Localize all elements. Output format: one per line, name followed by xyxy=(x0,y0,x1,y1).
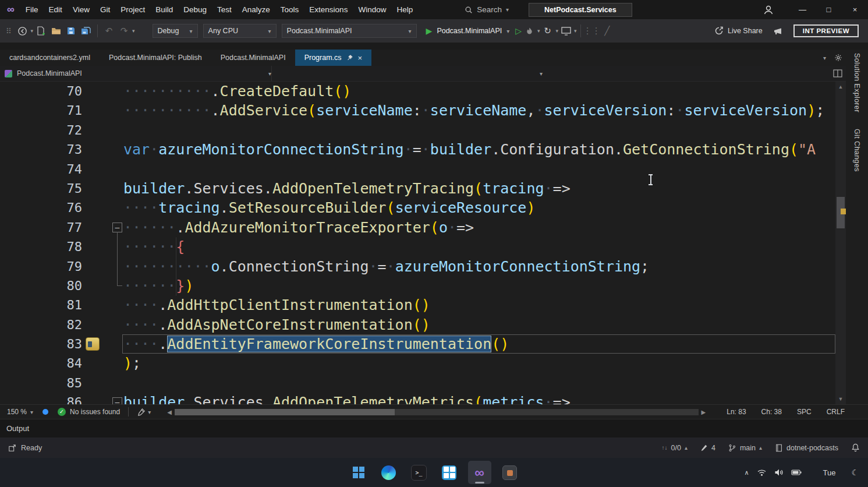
live-share-button[interactable]: Live Share xyxy=(714,26,763,36)
column-guides-icon[interactable]: ⋮⋮ xyxy=(584,23,600,38)
menu-build[interactable]: Build xyxy=(150,0,178,19)
taskbar-clock[interactable]: Tue xyxy=(823,468,836,477)
code-line-75[interactable]: 75builder.Services.AddOpenTelemetryTraci… xyxy=(0,179,835,198)
do-not-disturb-moon-icon[interactable]: ☾ xyxy=(851,468,859,477)
browser-caret-icon[interactable]: ▾ xyxy=(574,28,577,34)
minimize-button[interactable]: — xyxy=(789,0,816,19)
bookmark-icon[interactable] xyxy=(86,337,100,351)
feedback-megaphone-icon[interactable] xyxy=(773,27,783,36)
code-line-79[interactable]: 79··········o.ConnectionString·=·azureMo… xyxy=(0,257,835,276)
side-tab-git-changes[interactable]: Git Changes xyxy=(853,129,861,172)
new-file-icon[interactable] xyxy=(33,23,48,38)
menu-git[interactable]: Git xyxy=(95,0,115,19)
menu-tools[interactable]: Tools xyxy=(275,0,304,19)
issues-indicator[interactable]: ✓ No issues found xyxy=(58,408,120,416)
code-line-70[interactable]: 70··········.CreateDefault() xyxy=(0,82,835,101)
output-panel-header[interactable]: Output xyxy=(0,419,868,437)
editor-health-icon[interactable] xyxy=(42,409,48,415)
code-line-82[interactable]: 82····.AddAspNetCoreInstrumentation() xyxy=(0,315,835,334)
horizontal-scrollbar[interactable] xyxy=(175,409,699,415)
code-line-78[interactable]: 78······{ xyxy=(0,237,835,256)
open-folder-icon[interactable] xyxy=(48,23,63,38)
branch-selector[interactable]: main ▴ xyxy=(728,444,762,452)
code-cleanup-button[interactable]: ▾ xyxy=(137,408,151,417)
code-line-74[interactable]: 74 xyxy=(0,160,835,179)
code-line-84[interactable]: 84); xyxy=(0,354,835,373)
code-line-80[interactable]: 80······}) xyxy=(0,276,835,295)
taskbar-app-icon-6[interactable] xyxy=(498,461,522,484)
menu-view[interactable]: View xyxy=(68,0,95,19)
tray-chevron-up-icon[interactable]: ∧ xyxy=(744,469,749,477)
navigate-back-icon[interactable] xyxy=(15,23,30,38)
undo-icon[interactable]: ↶ xyxy=(101,23,116,38)
notifications-bell-icon[interactable] xyxy=(851,443,860,452)
menu-edit[interactable]: Edit xyxy=(44,0,68,19)
vertical-scrollbar[interactable]: ▲ ▼ xyxy=(835,82,846,404)
wifi-icon[interactable] xyxy=(757,468,767,477)
split-editor-icon[interactable] xyxy=(833,69,842,77)
start-without-debugging-icon[interactable]: ▷ xyxy=(515,26,522,36)
scroll-up-icon[interactable]: ▲ xyxy=(835,84,846,90)
pin-icon[interactable] xyxy=(346,54,353,61)
menu-file[interactable]: File xyxy=(20,0,44,19)
start-debugging-button[interactable]: ▶ Podcast.MinimalAPI ▾ xyxy=(426,26,510,36)
tab-podcast-minimalapi-publish[interactable]: Podcast.MinimalAPI: Publish xyxy=(100,50,211,66)
code-line-85[interactable]: 85 xyxy=(0,373,835,393)
fold-collapse-button[interactable]: – xyxy=(112,397,122,404)
volume-icon[interactable] xyxy=(774,468,784,477)
code-line-86[interactable]: 86–builder.Services.AddOpenTelemetryMetr… xyxy=(0,393,835,404)
account-icon[interactable] xyxy=(763,4,774,16)
close-button[interactable]: × xyxy=(842,0,868,19)
taskbar-app-icon-store[interactable] xyxy=(438,461,461,484)
redo-icon[interactable]: ↷ xyxy=(116,23,132,38)
horizontal-scrollbar-thumb[interactable] xyxy=(175,409,395,415)
save-icon[interactable] xyxy=(63,23,79,38)
repository-selector[interactable]: dotnet-podcasts xyxy=(775,444,838,452)
menu-test[interactable]: Test xyxy=(212,0,237,19)
tab-podcast-minimalapi[interactable]: Podcast.MinimalAPI xyxy=(211,50,295,66)
toolbar-grip-icon[interactable]: ⠿ xyxy=(6,27,12,36)
terminal-icon[interactable]: >_ xyxy=(408,461,431,484)
menu-debug[interactable]: Debug xyxy=(178,0,212,19)
menu-project[interactable]: Project xyxy=(115,0,150,19)
redo-caret-icon[interactable]: ▾ xyxy=(132,28,135,34)
platform-dropdown[interactable]: Any CPU ▾ xyxy=(203,24,277,38)
scroll-right-icon[interactable]: ▶ xyxy=(702,409,706,415)
line-ending-indicator[interactable]: CRLF xyxy=(827,408,845,416)
code-line-72[interactable]: 72 xyxy=(0,121,835,140)
project-dropdown[interactable]: Podcast.MinimalAPI ▾ xyxy=(5,69,271,77)
type-dropdown[interactable]: ▾ xyxy=(271,66,547,81)
background-tasks-icon[interactable] xyxy=(8,444,16,452)
close-tab-icon[interactable]: × xyxy=(358,54,363,62)
chevron-down-icon[interactable]: ▾ xyxy=(506,6,509,13)
code-line-77[interactable]: 77–······.AddAzureMonitorTraceExporter(o… xyxy=(0,218,835,237)
configuration-dropdown[interactable]: Debug ▾ xyxy=(153,24,198,38)
scroll-down-icon[interactable]: ▼ xyxy=(835,396,846,402)
code-line-71[interactable]: 71··········.AddService(serviceName:·ser… xyxy=(0,101,835,120)
menu-analyze[interactable]: Analyze xyxy=(237,0,275,19)
menu-extensions[interactable]: Extensions xyxy=(304,0,353,19)
tab-settings-gear-icon[interactable] xyxy=(834,54,842,62)
battery-icon[interactable] xyxy=(791,469,802,476)
menu-help[interactable]: Help xyxy=(391,0,418,19)
column-indicator[interactable]: Ch: 38 xyxy=(761,408,782,416)
scroll-left-icon[interactable]: ◀ xyxy=(167,409,172,415)
save-all-icon[interactable] xyxy=(79,23,94,38)
maximize-button[interactable]: □ xyxy=(816,0,842,19)
line-indicator[interactable]: Ln: 83 xyxy=(727,408,746,416)
code-line-73[interactable]: 73var·azureMonitorConnectionString·=·bui… xyxy=(0,140,835,159)
pending-changes-button[interactable]: 4 xyxy=(700,444,715,452)
code-line-81[interactable]: 81····.AddHttpClientInstrumentation() xyxy=(0,295,835,315)
tab-program-cs[interactable]: Program.cs× xyxy=(295,50,372,66)
spaces-indicator[interactable]: SPC xyxy=(797,408,812,416)
menu-window[interactable]: Window xyxy=(353,0,391,19)
browser-preview-icon[interactable] xyxy=(558,23,573,38)
visual-studio-taskbar-icon[interactable]: ∞ xyxy=(468,461,491,484)
edge-browser-icon[interactable] xyxy=(377,461,401,484)
slash-icon[interactable]: ╱ xyxy=(600,23,615,38)
hot-reload-icon[interactable] xyxy=(522,23,537,38)
search-box[interactable]: Search ▾ xyxy=(459,3,515,16)
git-sync-button[interactable]: ↑↓ 0/0 ▴ xyxy=(662,444,688,452)
zoom-control[interactable]: 150 % ▾ xyxy=(7,408,33,416)
tab-list-caret-icon[interactable]: ▾ xyxy=(823,55,826,61)
